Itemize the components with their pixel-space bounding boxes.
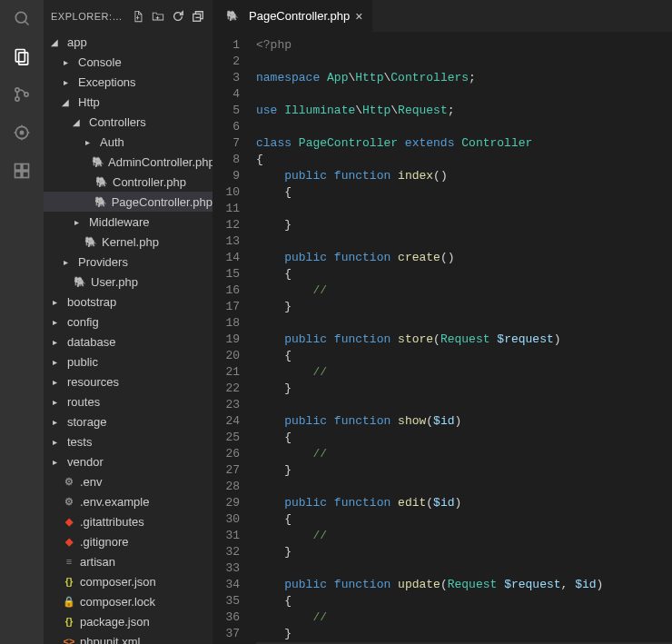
folder-providers[interactable]: ▸Providers xyxy=(44,252,212,272)
debug-icon[interactable] xyxy=(11,122,33,144)
folder-public[interactable]: ▸public xyxy=(44,352,212,372)
folder-resources[interactable]: ▸resources xyxy=(44,372,212,391)
chevron-right-icon[interactable]: ▸ xyxy=(51,437,58,447)
tree-label: composer.json xyxy=(80,575,156,589)
folder-app[interactable]: ◢app xyxy=(44,32,212,52)
explorer-sidebar: EXPLORER: MO.. ◢app▸Console▸Exceptions◢H… xyxy=(44,0,212,644)
collapse-all-icon[interactable] xyxy=(191,9,205,24)
file-.gitattributes[interactable]: ▸◆.gitattributes xyxy=(44,511,212,531)
chevron-right-icon[interactable]: ▸ xyxy=(62,57,69,67)
svg-point-0 xyxy=(15,12,26,23)
tree-label: Controllers xyxy=(89,115,146,129)
chevron-down-icon[interactable]: ◢ xyxy=(51,37,58,47)
folder-console[interactable]: ▸Console xyxy=(44,52,212,72)
chevron-right-icon[interactable]: ▸ xyxy=(51,357,58,367)
editor-tabs: 🐘 PageController.php × xyxy=(212,0,672,32)
extensions-icon[interactable] xyxy=(11,160,33,182)
chevron-right-icon[interactable]: ▸ xyxy=(73,217,80,227)
file-.env.example[interactable]: ▸⚙.env.example xyxy=(44,491,212,511)
code-editor[interactable]: 1234567891011121314151617181920212223242… xyxy=(212,32,672,644)
file-phpunit.xml[interactable]: ▸<>phpunit.xml xyxy=(44,631,212,644)
chevron-right-icon[interactable]: ▸ xyxy=(62,257,69,267)
tree-label: config xyxy=(67,315,99,329)
php-file-icon: 🐘 xyxy=(225,10,240,22)
xml-file-icon: <> xyxy=(62,636,76,644)
chevron-right-icon[interactable]: ▸ xyxy=(51,317,58,327)
folder-vendor[interactable]: ▸vendor xyxy=(44,451,212,471)
svg-point-5 xyxy=(15,97,19,101)
file-composer.lock[interactable]: ▸🔒composer.lock xyxy=(44,591,212,611)
folder-database[interactable]: ▸database xyxy=(44,332,212,352)
editor-area: 🐘 PageController.php × 12345678910111213… xyxy=(212,0,672,644)
tree-label: .env.example xyxy=(80,495,149,509)
tree-label: Controller.php xyxy=(113,175,186,189)
folder-http[interactable]: ◢Http xyxy=(44,92,212,112)
file-composer.json[interactable]: ▸{}composer.json xyxy=(44,571,212,591)
svg-rect-15 xyxy=(23,172,29,178)
file-tree[interactable]: ◢app▸Console▸Exceptions◢Http◢Controllers… xyxy=(44,32,212,644)
php-file-icon: 🐘 xyxy=(92,156,104,168)
tree-label: Middleware xyxy=(89,215,149,229)
chevron-right-icon[interactable]: ▸ xyxy=(51,457,58,467)
folder-config[interactable]: ▸config xyxy=(44,312,212,332)
tree-label: User.php xyxy=(91,275,138,289)
svg-rect-3 xyxy=(19,53,28,64)
file-admincontroller.php[interactable]: ▸🐘AdminController.php xyxy=(44,152,212,172)
file-pagecontroller.php[interactable]: ▸🐘PageController.php xyxy=(44,192,212,212)
tree-label: Http xyxy=(78,95,100,109)
tree-label: Kernel.php xyxy=(102,235,159,249)
source-control-icon[interactable] xyxy=(11,84,33,105)
folder-tests[interactable]: ▸tests xyxy=(44,431,212,451)
tree-label: .env xyxy=(80,475,103,489)
chevron-right-icon[interactable]: ▸ xyxy=(51,397,58,407)
chevron-right-icon[interactable]: ▸ xyxy=(84,137,91,147)
svg-point-8 xyxy=(20,131,23,134)
svg-rect-16 xyxy=(23,164,29,171)
tree-label: storage xyxy=(67,415,106,429)
lock-file-icon: 🔒 xyxy=(62,596,76,608)
new-folder-icon[interactable] xyxy=(151,9,165,24)
explorer-icon[interactable] xyxy=(11,45,33,67)
close-icon[interactable]: × xyxy=(355,10,362,23)
folder-storage[interactable]: ▸storage xyxy=(44,411,212,431)
folder-auth[interactable]: ▸Auth xyxy=(44,132,212,152)
folder-routes[interactable]: ▸routes xyxy=(44,391,212,411)
folder-bootstrap[interactable]: ▸bootstrap xyxy=(44,292,212,312)
file-package.json[interactable]: ▸{}package.json xyxy=(44,611,212,631)
explorer-title: EXPLORER: MO.. xyxy=(51,11,125,22)
file-.gitignore[interactable]: ▸◆.gitignore xyxy=(44,531,212,551)
file-controller.php[interactable]: ▸🐘Controller.php xyxy=(44,172,212,192)
tree-label: artisan xyxy=(80,555,115,569)
chevron-right-icon[interactable]: ▸ xyxy=(62,77,69,87)
file-kernel.php[interactable]: ▸🐘Kernel.php xyxy=(44,232,212,252)
artisan-file-icon: ≡ xyxy=(62,556,76,567)
chevron-right-icon[interactable]: ▸ xyxy=(51,297,58,307)
php-file-icon: 🐘 xyxy=(94,176,109,188)
tree-label: routes xyxy=(67,395,100,409)
new-file-icon[interactable] xyxy=(131,9,145,24)
search-icon[interactable] xyxy=(11,7,33,29)
php-file-icon: 🐘 xyxy=(94,196,108,208)
svg-rect-2 xyxy=(15,50,25,62)
file-artisan[interactable]: ▸≡artisan xyxy=(44,551,212,571)
folder-controllers[interactable]: ◢Controllers xyxy=(44,112,212,132)
explorer-header: EXPLORER: MO.. xyxy=(44,0,212,32)
chevron-right-icon[interactable]: ▸ xyxy=(51,377,58,387)
folder-exceptions[interactable]: ▸Exceptions xyxy=(44,72,212,92)
code-content[interactable]: <?php namespace App\Http\Controllers; us… xyxy=(249,32,672,644)
file-.env[interactable]: ▸⚙.env xyxy=(44,471,212,491)
git-file-icon: ◆ xyxy=(62,536,76,548)
chevron-down-icon[interactable]: ◢ xyxy=(62,97,69,107)
chevron-right-icon[interactable]: ▸ xyxy=(51,337,58,347)
folder-middleware[interactable]: ▸Middleware xyxy=(44,212,212,232)
refresh-icon[interactable] xyxy=(171,9,185,24)
file-user.php[interactable]: ▸🐘User.php xyxy=(44,272,212,292)
tree-label: tests xyxy=(67,435,92,449)
chevron-right-icon[interactable]: ▸ xyxy=(51,417,58,427)
tree-label: resources xyxy=(67,375,119,389)
tab-pagecontroller[interactable]: 🐘 PageController.php × xyxy=(212,0,373,32)
svg-rect-13 xyxy=(15,164,22,171)
json-file-icon: {} xyxy=(62,616,76,627)
tab-label: PageController.php xyxy=(249,9,350,23)
chevron-down-icon[interactable]: ◢ xyxy=(73,117,80,127)
